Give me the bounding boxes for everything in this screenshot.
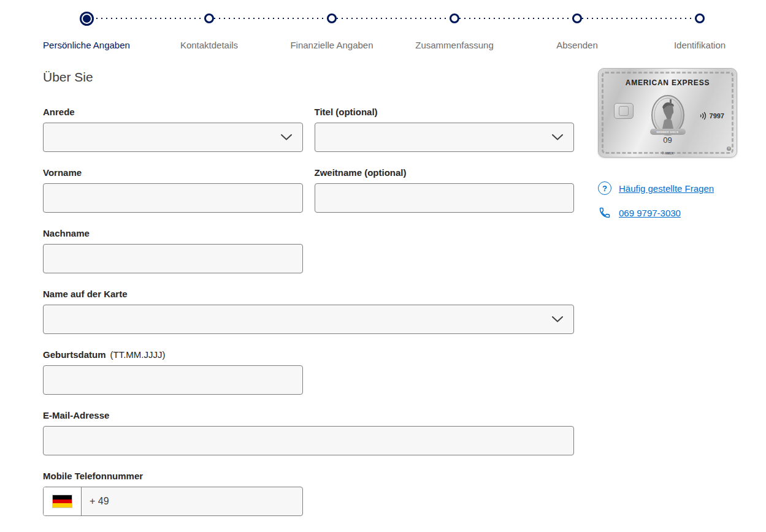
member-since-ribbon: MEMBER SINCE [650, 129, 686, 135]
page-title: Über Sie [43, 70, 574, 85]
member-since-year: 09 [663, 135, 672, 145]
email-label: E-Mail-Adresse [43, 411, 574, 420]
telefon-input[interactable]: + 49 [82, 487, 302, 515]
field-telefon: Mobile Telefonnummer + 49 [43, 471, 303, 516]
step-kontaktdetails[interactable]: Kontaktdetails [148, 10, 270, 50]
step-circle-icon [695, 13, 705, 23]
field-zweitname: Zweitname (optional) [315, 168, 575, 213]
telefon-input-group: + 49 [43, 487, 303, 516]
zweitname-input[interactable] [315, 183, 575, 213]
name-auf-der-karte-label: Name auf der Karte [43, 289, 574, 298]
field-vorname: Vorname [43, 168, 303, 213]
step-circle-icon [572, 13, 582, 23]
step-label: Absenden [556, 40, 598, 50]
progress-stepper: Persönliche Angaben Kontaktdetails Finan… [25, 10, 761, 50]
step-circle-active-icon [82, 13, 92, 24]
geburtsdatum-label: Geburtsdatum [43, 349, 106, 360]
phone-icon [598, 207, 611, 219]
step-identifikation[interactable]: Identifikation [638, 10, 761, 50]
step-label: Identifikation [674, 40, 726, 50]
application-form-section: Über Sie Anrede Titel (optional) Vorname… [43, 61, 574, 532]
field-name-auf-der-karte: Name auf der Karte [43, 289, 574, 334]
name-auf-der-karte-select[interactable] [43, 305, 574, 334]
country-code-prefix: + 49 [90, 496, 109, 507]
geburtsdatum-format-hint: (TT.MM.JJJJ) [110, 349, 166, 360]
sidebar: AMERICAN EXPRESS 7997 [598, 68, 741, 230]
phone-link[interactable]: 069 9797-3030 [598, 207, 741, 219]
geburtsdatum-input[interactable] [43, 365, 303, 395]
field-email: E-Mail-Adresse [43, 411, 574, 455]
question-circle-icon: ? [598, 181, 611, 195]
card-chip-icon [614, 103, 634, 119]
registered-mark-icon: ® [727, 146, 731, 151]
faq-link-label[interactable]: Häufig gestellte Fragen [619, 183, 714, 194]
step-persoenliche-angaben[interactable]: Persönliche Angaben [25, 10, 148, 50]
titel-select[interactable] [315, 123, 575, 152]
step-label: Zusammenfassung [415, 40, 494, 50]
field-geburtsdatum: Geburtsdatum(TT.MM.JJJJ) [43, 350, 303, 395]
country-selector[interactable] [44, 487, 82, 515]
step-zusammenfassung[interactable]: Zusammenfassung [393, 10, 516, 50]
chevron-down-icon [552, 316, 563, 322]
step-circle-icon [450, 13, 459, 23]
telefon-label: Mobile Telefonnummer [43, 471, 303, 481]
step-circle-icon [327, 13, 337, 23]
vorname-label: Vorname [43, 168, 303, 177]
step-absenden[interactable]: Absenden [516, 10, 638, 50]
anrede-select[interactable] [43, 123, 303, 152]
anrede-label: Anrede [43, 107, 303, 116]
titel-label: Titel (optional) [315, 107, 575, 116]
zweitname-label: Zweitname (optional) [315, 168, 575, 177]
field-nachname: Nachname [43, 229, 303, 273]
chevron-down-icon [281, 134, 292, 140]
step-label: Finanzielle Angaben [290, 40, 373, 50]
step-label: Kontaktdetails [180, 40, 238, 50]
field-titel: Titel (optional) [315, 107, 575, 152]
chevron-down-icon [552, 134, 563, 140]
card-copyright: © AMEX [599, 151, 737, 155]
nachname-input[interactable] [43, 244, 303, 273]
card-number-fragment: 7997 [710, 112, 724, 120]
vorname-input[interactable] [43, 183, 303, 213]
contactless-waves-icon [699, 112, 707, 120]
step-circle-icon [204, 13, 214, 23]
step-finanzielle-angaben[interactable]: Finanzielle Angaben [270, 10, 393, 50]
step-label: Persönliche Angaben [43, 40, 130, 50]
card-brand-text: AMERICAN EXPRESS [599, 78, 737, 87]
faq-link[interactable]: ? Häufig gestellte Fragen [598, 181, 741, 195]
amex-platinum-card-image: AMERICAN EXPRESS 7997 [598, 68, 737, 158]
germany-flag-icon [52, 495, 72, 508]
email-input[interactable] [43, 426, 574, 455]
contactless-indicator: 7997 [699, 112, 724, 120]
field-anrede: Anrede [43, 107, 303, 152]
phone-link-label[interactable]: 069 9797-3030 [619, 208, 681, 218]
nachname-label: Nachname [43, 229, 303, 238]
